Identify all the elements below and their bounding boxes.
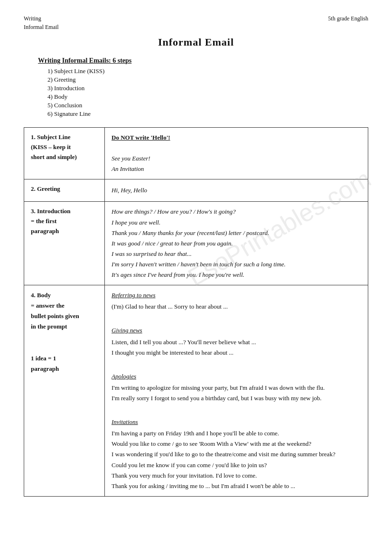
- subheading-invitations: Invitations: [112, 417, 361, 427]
- greeting-content: Hi, Hey, Hello: [105, 179, 368, 202]
- table-row-introduction: 3. Introduction= the firstparagraph How …: [24, 202, 368, 285]
- subject-line-rule: Do NOT write 'Hello'!: [112, 134, 170, 141]
- table-row-subject: 1. Subject Line(KISS – keep itshort and …: [24, 128, 368, 179]
- header-right: 5th grade English: [328, 14, 368, 31]
- step-item-6: 6) Signature Line: [47, 110, 368, 118]
- table-row-body: 4. Body= answer thebullet points givenin…: [24, 285, 368, 497]
- subject-line-label: 1. Subject Line(KISS – keep itshort and …: [24, 128, 105, 179]
- giving-lines: Listen, did I tell you about ...? You'll…: [112, 339, 256, 356]
- header-subject: Writing: [24, 14, 59, 23]
- step-item-4: 4) Body: [47, 93, 368, 101]
- body-content: Referring to news (I'm) Glad to hear tha…: [105, 285, 368, 497]
- invitations-lines: I'm having a party on Friday 19th and I …: [112, 430, 336, 489]
- step-item-1: 1) Subject Line (KISS): [47, 67, 368, 75]
- subheading-giving: Giving news: [112, 325, 361, 336]
- subject-line-content: Do NOT write 'Hello'! See you Easter!An …: [105, 128, 368, 179]
- subject-line-examples: See you Easter!An Invitation: [112, 155, 150, 172]
- page-title: Informal Email: [24, 36, 368, 48]
- step-item-3: 3) Introduction: [47, 85, 368, 92]
- subheading-apologies: Apologies: [112, 371, 361, 382]
- steps-heading: Writing Informal Emails: 6 steps: [38, 57, 368, 65]
- introduction-content: How are things? / How are you? / How's i…: [105, 202, 368, 285]
- header-doc-type: Informal Email: [24, 23, 59, 31]
- steps-section: Writing Informal Emails: 6 steps 1) Subj…: [38, 57, 368, 118]
- intro-lines: How are things? / How are you? / How's i…: [112, 208, 286, 278]
- header-left: Writing Informal Email: [24, 14, 59, 31]
- steps-list: 1) Subject Line (KISS)2) Greeting3) Intr…: [38, 67, 368, 118]
- step-item-5: 5) Conclusion: [47, 102, 368, 109]
- greeting-examples: Hi, Hey, Hello: [112, 187, 147, 194]
- step-item-2: 2) Greeting: [47, 76, 368, 84]
- referring-lines: (I'm) Glad to hear that ... Sorry to hea…: [112, 303, 228, 310]
- apologies-lines: I'm writing to apologize for missing you…: [112, 384, 325, 402]
- body-label: 4. Body= answer thebullet points givenin…: [24, 285, 105, 497]
- subheading-referring: Referring to news: [112, 290, 361, 301]
- introduction-label: 3. Introduction= the firstparagraph: [24, 202, 105, 285]
- main-table: 1. Subject Line(KISS – keep itshort and …: [24, 127, 368, 497]
- table-row-greeting: 2. Greeting Hi, Hey, Hello: [24, 179, 368, 202]
- header: Writing Informal Email 5th grade English: [24, 14, 368, 31]
- greeting-label: 2. Greeting: [24, 179, 105, 202]
